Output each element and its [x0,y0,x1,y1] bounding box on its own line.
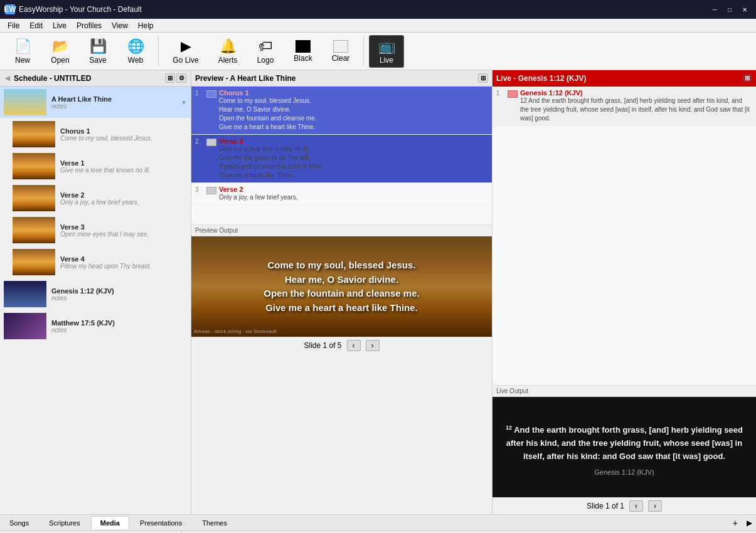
main-layout: ◀ Schedule - UNTITLED ⊞ ⚙ A Heart Like T… [0,70,756,514]
schedule-grid-btn[interactable]: ⊞ [165,73,175,83]
sched-item-matthew[interactable]: Matthew 17:5 (KJV) notes [0,310,191,342]
preview-header-controls: ⊞ [478,73,488,83]
sched-item-genesis[interactable]: Genesis 1:12 (KJV) notes [0,278,191,310]
alerts-button[interactable]: 🔔 Alerts [210,35,245,68]
live-slide-text-1: 12 And the earth brought forth grass, [a… [520,97,752,123]
menu-file[interactable]: File [3,20,24,31]
preview-prev-btn[interactable]: ‹ [347,340,361,351]
sched-sub-main: notes [51,103,181,110]
tab-themes[interactable]: Themes [193,516,237,529]
bottom-area: Songs Scriptures Media Presentations The… [0,514,756,533]
sched-thumb-genesis [4,281,46,307]
toolbar-separator-1 [158,36,159,66]
menu-profiles[interactable]: Profiles [72,20,107,31]
sched-title-verse2: Verse 2 [60,191,187,199]
slide-num-2: 2 [195,137,206,145]
sched-info-verse4: Verse 4 Pillow my head upon Thy breast. [60,255,187,270]
sched-item-verse2[interactable]: Verse 2 Only a joy, a few brief years, [0,182,191,214]
titlebar: EW EasyWorship - Your Church - Default ─… [0,0,756,19]
slide-icon-3 [206,187,216,194]
slide-label-3: Verse 2 [219,186,488,193]
live-slide-label-1: Genesis 1:12 (KJV) [520,89,752,97]
live-title: Live - Genesis 1:12 (KJV) [496,74,586,83]
center-panel: Preview - A Heart Like Thine ⊞ 1 Chorus … [191,70,756,514]
live-slide-content-1: Genesis 1:12 (KJV) 12 And the earth brou… [520,89,752,123]
slide-icon-2 [206,139,216,146]
sched-collapse-main[interactable]: ▼ [181,99,187,106]
minimize-button[interactable]: ─ [708,4,721,15]
sched-item-verse1[interactable]: Verse 1 Give me a love that knows no ill… [0,150,191,182]
slide-text-1: Come to my soul, blessed Jesus.Hear me, … [219,97,488,132]
window-controls: ─ □ ✕ [708,4,751,15]
sched-item-verse4[interactable]: Verse 4 Pillow my head upon Thy breast. [0,246,191,278]
slide-text-2: Give me a love that knows no ill.Give me… [219,145,488,180]
sched-thumb-verse3 [13,217,55,243]
menu-live[interactable]: Live [48,20,72,31]
sched-info-chorus1: Chorus 1 Come to my soul, blessed Jesus. [60,127,187,142]
tab-songs[interactable]: Songs [0,516,38,529]
schedule-settings-btn[interactable]: ⚙ [176,73,187,83]
sched-title-chorus1: Chorus 1 [60,127,187,135]
slides-preview-area: Preview - A Heart Like Thine ⊞ 1 Chorus … [191,70,756,514]
slide-item-verse2[interactable]: 3 Verse 2 Only a joy, a few brief years, [191,183,492,205]
preview-output-area: Preview Output Come to my soul, blessed … [191,224,492,354]
maximize-button[interactable]: □ [723,4,736,15]
new-label: New [15,56,30,65]
tab-add-button[interactable]: + [728,517,743,529]
schedule-panel: ◀ Schedule - UNTITLED ⊞ ⚙ A Heart Like T… [0,70,191,514]
alerts-label: Alerts [218,56,238,65]
open-button[interactable]: 📂 Open [43,35,78,68]
save-button[interactable]: 💾 Save [80,35,115,68]
sched-sub-chorus1: Come to my soul, blessed Jesus. [60,135,187,142]
clear-button[interactable]: Clear [323,35,358,68]
sched-title-verse1: Verse 1 [60,159,187,167]
logo-button[interactable]: 🏷 Logo [248,35,283,68]
schedule-collapse[interactable]: ◀ [4,73,11,83]
preview-text: Come to my soul, blessed Jesus.Hear me, … [206,258,477,315]
sched-info-verse3: Verse 3 Open mine eyes that I may see. [60,223,187,238]
menu-help[interactable]: Help [133,20,159,31]
preview-next-btn[interactable]: › [366,340,380,351]
slide-text-3: Only a joy, a few brief years, [219,193,488,202]
slide-item-chorus1[interactable]: 1 Chorus 1 Come to my soul, blessed Jesu… [191,87,492,135]
live-canvas: 12 And the earth brought forth grass, [a… [492,397,756,497]
save-label: Save [89,56,106,65]
sched-info-genesis: Genesis 1:12 (KJV) notes [51,287,187,302]
black-button[interactable]: Black [285,35,321,68]
slide-icon-1 [206,90,216,98]
live-prev-btn[interactable]: ‹ [629,500,643,512]
live-icon: 📺 [378,38,395,55]
sched-sub-verse1: Give me a love that knows no ill. [60,167,187,174]
slide-content-3: Verse 2 Only a joy, a few brief years, [219,186,488,202]
live-slide-list: 1 Genesis 1:12 (KJV) 12 And the earth br… [492,87,756,385]
go-live-label: Go Live [173,56,198,65]
toolbar: 📄 New 📂 Open 💾 Save 🌐 Web ▶ Go Live 🔔 Al… [0,33,756,70]
sched-sub-genesis: notes [51,295,187,302]
live-slide-genesis[interactable]: 1 Genesis 1:12 (KJV) 12 And the earth br… [492,87,756,126]
live-button[interactable]: 📺 Live [369,35,404,68]
live-verse-text: 12 And the earth brought forth grass, [a… [500,418,748,468]
slide-content-2: Verse 1 Give me a love that knows no ill… [219,137,488,180]
schedule-item-main[interactable]: A Heart Like Thine notes ▼ [0,87,191,119]
slide-label-1: Chorus 1 [219,89,488,97]
live-canvas-inner: 12 And the earth brought forth grass, [a… [492,397,756,497]
sched-title-main: A Heart Like Thine [51,95,181,103]
alerts-icon: 🔔 [220,38,237,55]
tab-scriptures[interactable]: Scriptures [40,516,90,529]
new-button[interactable]: 📄 New [5,35,40,68]
live-next-btn[interactable]: › [648,500,662,512]
close-button[interactable]: ✕ [738,4,751,15]
tab-media[interactable]: Media [91,516,129,529]
tab-presentations[interactable]: Presentations [130,516,191,529]
sched-item-chorus1[interactable]: Chorus 1 Come to my soul, blessed Jesus. [0,119,191,150]
live-grid-btn[interactable]: ⊞ [742,73,752,83]
menu-view[interactable]: View [107,20,133,31]
tab-scroll-right[interactable]: ▶ [743,517,756,529]
web-button[interactable]: 🌐 Web [118,35,153,68]
preview-grid-btn[interactable]: ⊞ [478,73,488,83]
sched-item-verse3[interactable]: Verse 3 Open mine eyes that I may see. [0,214,191,246]
slide-item-verse1[interactable]: 2 Verse 1 Give me a love that knows no i… [191,135,492,183]
go-live-button[interactable]: ▶ Go Live [164,35,208,68]
menu-edit[interactable]: Edit [24,20,48,31]
live-label: Live [380,56,393,65]
